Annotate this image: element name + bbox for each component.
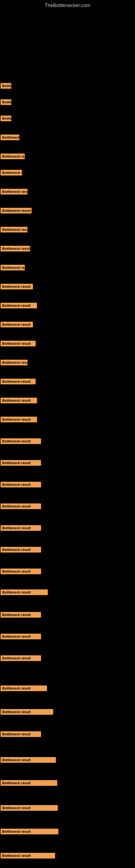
bottleneck-result-label: Bottleneck result	[1, 460, 41, 466]
bottleneck-result-label: Bottleneck result	[1, 284, 33, 289]
bottleneck-result-row: Bottleneck result	[1, 379, 36, 385]
bottleneck-result-row: Bottleneck result	[1, 265, 25, 272]
bottleneck-result-row: Bottleneck result	[1, 360, 28, 367]
bottleneck-result-row: Bottleneck result	[1, 303, 37, 310]
bottleneck-result-row: Bottleneck result	[1, 154, 25, 160]
bottleneck-result-label: Bottleneck result	[1, 265, 25, 271]
bottleneck-result-row: Bottleneck result	[1, 341, 36, 347]
bottleneck-result-label: Bottleneck result	[1, 83, 11, 89]
bottleneck-result-label: Bottleneck result	[1, 731, 41, 737]
bottleneck-result-label: Bottleneck result	[1, 208, 32, 214]
bottleneck-result-row: Bottleneck result	[1, 805, 58, 812]
bottleneck-result-label: Bottleneck result	[1, 805, 58, 811]
bottleneck-result-label: Bottleneck result	[1, 227, 28, 232]
bottleneck-result-row: Bottleneck result	[1, 284, 33, 290]
bottleneck-result-row: Bottleneck result	[1, 227, 28, 234]
bottleneck-result-row: Bottleneck result	[1, 134, 19, 141]
bottleneck-result-row: Bottleneck result	[1, 633, 41, 641]
bottleneck-result-label: Bottleneck result	[1, 99, 11, 105]
bottleneck-result-row: Bottleneck result	[1, 116, 11, 122]
bottleneck-result-row: Bottleneck result	[1, 612, 41, 619]
bottleneck-result-label: Bottleneck result	[1, 134, 19, 140]
bottleneck-result-label: Bottleneck result	[1, 853, 55, 859]
bottleneck-result-row: Bottleneck result	[1, 589, 48, 596]
bottleneck-result-label: Bottleneck result	[1, 341, 36, 346]
bottleneck-result-row: Bottleneck result	[1, 189, 28, 195]
bottleneck-result-row: Bottleneck result	[1, 547, 41, 554]
bottleneck-result-label: Bottleneck result	[1, 709, 53, 715]
bottleneck-result-label: Bottleneck result	[1, 154, 25, 159]
bottleneck-result-label: Bottleneck result	[1, 322, 33, 328]
bottleneck-result-label: Bottleneck result	[1, 568, 41, 574]
bottleneck-result-label: Bottleneck result	[1, 170, 22, 176]
bottleneck-result-label: Bottleneck result	[1, 612, 41, 618]
site-title: TheBottlenecker.com	[0, 0, 135, 10]
bottleneck-result-row: Bottleneck result	[1, 416, 37, 424]
bottleneck-result-label: Bottleneck result	[1, 398, 37, 403]
bottleneck-result-row: Bottleneck result	[1, 246, 30, 252]
bottleneck-result-row: Bottleneck result	[1, 208, 32, 215]
bottleneck-result-label: Bottleneck result	[1, 503, 41, 509]
bottleneck-result-label: Bottleneck result	[1, 303, 37, 308]
bottleneck-result-label: Bottleneck result	[1, 246, 30, 251]
bottleneck-result-row: Bottleneck result	[1, 482, 41, 489]
bottleneck-result-row: Bottleneck result	[1, 503, 41, 510]
bottleneck-result-label: Bottleneck result	[1, 189, 28, 194]
bottleneck-result-label: Bottleneck result	[1, 757, 56, 763]
bottleneck-result-label: Bottleneck result	[1, 633, 41, 639]
bottleneck-result-row: Bottleneck result	[1, 322, 33, 329]
bottleneck-result-row: Bottleneck result	[1, 853, 55, 860]
bottleneck-result-label: Bottleneck result	[1, 655, 41, 661]
bottleneck-result-label: Bottleneck result	[1, 525, 41, 531]
bottleneck-result-label: Bottleneck result	[1, 685, 47, 691]
bottleneck-result-row: Bottleneck result	[1, 525, 41, 532]
bottleneck-result-label: Bottleneck result	[1, 589, 48, 595]
bottleneck-result-row: Bottleneck result	[1, 398, 37, 404]
bottleneck-result-row: Bottleneck result	[1, 685, 47, 692]
bottleneck-result-row: Bottleneck result	[1, 780, 57, 787]
bottleneck-result-row: Bottleneck result	[1, 829, 58, 835]
bottleneck-result-row: Bottleneck result	[1, 460, 41, 467]
bottleneck-result-row: Bottleneck result	[1, 731, 41, 738]
bottleneck-result-label: Bottleneck result	[1, 379, 36, 384]
bottleneck-result-row: Bottleneck result	[1, 83, 11, 90]
bottleneck-result-label: Bottleneck result	[1, 482, 41, 488]
bottleneck-result-row: Bottleneck result	[1, 99, 11, 106]
bottleneck-result-row: Bottleneck result	[1, 568, 41, 575]
bottleneck-result-row: Bottleneck result	[1, 170, 22, 177]
bottleneck-result-label: Bottleneck result	[1, 780, 57, 786]
bottleneck-result-label: Bottleneck result	[1, 829, 58, 834]
bottleneck-result-row: Bottleneck result	[1, 757, 56, 764]
bottleneck-result-row: Bottleneck result	[1, 438, 41, 445]
bottleneck-result-row: Bottleneck result	[1, 655, 41, 662]
bottleneck-result-row: Bottleneck result	[1, 709, 53, 716]
bottleneck-result-label: Bottleneck result	[1, 116, 11, 121]
bottleneck-result-label: Bottleneck result	[1, 547, 41, 553]
bottleneck-result-label: Bottleneck result	[1, 438, 41, 444]
bottleneck-result-label: Bottleneck result	[1, 360, 28, 365]
bottleneck-result-label: Bottleneck result	[1, 416, 37, 422]
